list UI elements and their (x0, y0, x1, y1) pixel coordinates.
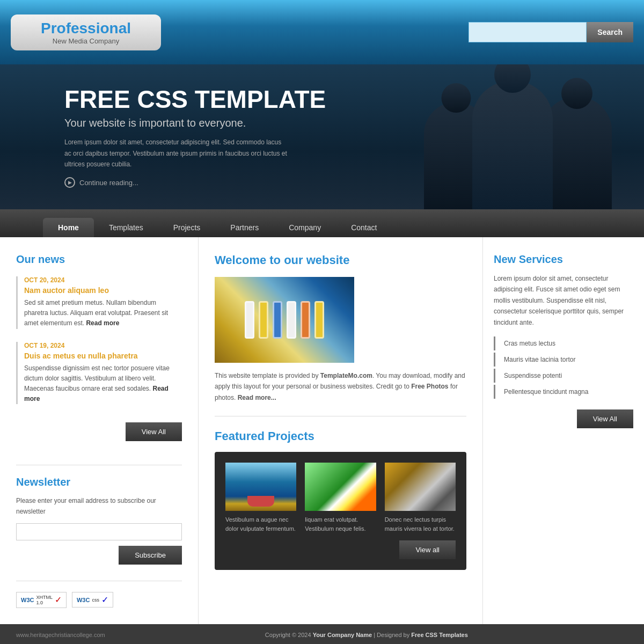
news-item-1: OCT 20, 2024 Nam auctor aliquam leo Sed … (16, 276, 182, 329)
free-photos-link[interactable]: Free Photos (411, 383, 448, 390)
project-thumb-3 (385, 463, 456, 511)
logo-box: Professional New Media Company (11, 14, 161, 50)
view-all-projects-button[interactable]: View all (399, 540, 456, 559)
news-title-2: Duis ac metus eu nulla pharetra (24, 352, 182, 360)
divider-1 (16, 465, 182, 465)
clip-3 (273, 301, 282, 339)
w3c-css-badge: W3C css ✓ (72, 592, 113, 608)
new-services-heading: New Services (494, 253, 633, 266)
footer-designer: Free CSS Templates (411, 632, 468, 638)
main-image (215, 277, 354, 363)
services-intro: Lorem ipsum dolor sit amet, consectetur … (494, 273, 633, 328)
project-caption-3: Donec nec lectus turpis mauris viverra l… (385, 515, 456, 533)
featured-projects-heading: Featured Projects (215, 429, 466, 443)
footer: www.heritagechristiancollege.com Copyrig… (0, 624, 644, 644)
project-caption-1: Vestibulum a augue nec dolor vulputate f… (225, 515, 296, 533)
subscribe-button[interactable]: Subscribe (119, 546, 182, 565)
continue-reading-label: Continue reading... (79, 179, 138, 187)
clip-5 (301, 301, 310, 339)
templatemo-link[interactable]: TemplateMo.com (320, 372, 372, 379)
header: Professional New Media Company Search (0, 0, 644, 64)
projects-box: Vestibulum a augue nec dolor vulputate f… (215, 452, 466, 570)
hero-banner: FREE CSS TEMPLATE Your website is import… (0, 64, 644, 209)
welcome-intro-text: This website template is provided by Tem… (215, 370, 466, 403)
newsletter-description: Please enter your email address to subsc… (16, 496, 182, 516)
news-date-2: OCT 19, 2024 (24, 342, 182, 349)
flower-thumbnail (305, 463, 376, 511)
project-item-3: Donec nec lectus turpis mauris viverra l… (385, 463, 456, 533)
project-item-1: Vestibulum a augue nec dolor vulputate f… (225, 463, 296, 533)
nav-item-templates[interactable]: Templates (94, 218, 158, 237)
news-text-2: Suspendisse dignissim est nec tortor pos… (24, 363, 182, 405)
xhtml-check-icon: ✓ (55, 595, 62, 605)
company-name: Professional (27, 20, 145, 37)
newsletter-email-input[interactable] (16, 523, 182, 540)
figure-center-head (494, 64, 531, 93)
search-input[interactable] (469, 22, 587, 42)
footer-copyright: Copyright © 2024 (265, 632, 313, 638)
our-news-heading: Our news (16, 253, 182, 266)
boat-shape (247, 496, 274, 507)
service-item-3: Suspendisse potenti (494, 369, 633, 383)
newsletter-section: Newsletter Please enter your email addre… (16, 476, 182, 564)
welcome-heading: Welcome to our website (215, 253, 466, 267)
w3c-xhtml-badge: W3C XHTML1.0 ✓ (16, 592, 67, 608)
nav-item-partners[interactable]: Partners (215, 218, 274, 237)
footer-designed-by: | Designed by (372, 632, 411, 638)
news-read-more-1[interactable]: Read more (86, 319, 119, 327)
news-title-1: Nam auctor aliquam leo (24, 286, 182, 295)
service-item-4: Pellentesque tincidunt magna (494, 385, 633, 399)
footer-center: Copyright © 2024 Your Company Name | Des… (265, 632, 468, 638)
clip-2 (259, 301, 268, 339)
navigation: Home Templates Projects Partners Company… (0, 209, 644, 237)
featured-projects: Featured Projects Vestibulum a augue nec… (215, 429, 466, 570)
news-item-2: OCT 19, 2024 Duis ac metus eu nulla phar… (16, 342, 182, 405)
content-center: Welcome to our website This website temp… (199, 237, 483, 624)
nav-item-company[interactable]: Company (274, 218, 336, 237)
sidebar-left: Our news OCT 20, 2024 Nam auctor aliquam… (0, 237, 199, 624)
service-item-2: Mauris vitae lacinia tortor (494, 353, 633, 367)
project-thumb-2 (305, 463, 376, 511)
newsletter-heading: Newsletter (16, 476, 182, 488)
css-check-icon: ✓ (101, 595, 108, 605)
sidebar-right: New Services Lorem ipsum dolor sit amet,… (483, 237, 644, 624)
clip-4 (287, 301, 296, 339)
footer-left: www.heritagechristiancollege.com (16, 632, 105, 638)
services-list: Cras metus lectus Mauris vitae lacinia t… (494, 336, 633, 399)
nav-item-home[interactable]: Home (43, 218, 94, 237)
clip-6 (314, 301, 324, 339)
search-area: Search (469, 22, 633, 42)
project-thumb-1 (225, 463, 296, 511)
figure-center (472, 80, 553, 209)
read-more-link[interactable]: Read more... (238, 394, 276, 401)
nav-item-contact[interactable]: Contact (336, 218, 392, 237)
view-all-services-button[interactable]: View All (577, 409, 633, 428)
search-button[interactable]: Search (587, 22, 633, 42)
company-subtitle: New Media Company (27, 37, 145, 45)
news-text-1: Sed sit amet pretium metus. Nullam biben… (24, 298, 182, 329)
project-item-2: liquam erat volutpat. Vestibulum neque f… (305, 463, 376, 533)
watch-thumbnail (385, 463, 456, 511)
play-icon: ▶ (64, 177, 75, 188)
view-all-news-button[interactable]: View All (126, 422, 182, 441)
hero-body: Lorem ipsum dolor sit amet, consectetur … (64, 137, 290, 170)
projects-grid: Vestibulum a augue nec dolor vulputate f… (225, 463, 456, 533)
clip-1 (245, 301, 254, 339)
clip-area (215, 277, 354, 363)
footer-company-name: Your Company Name (313, 632, 372, 638)
service-item-1: Cras metus lectus (494, 336, 633, 350)
project-caption-2: liquam erat volutpat. Vestibulum neque f… (305, 515, 376, 533)
nav-item-projects[interactable]: Projects (158, 218, 216, 237)
sea-thumbnail (225, 463, 296, 511)
main-content: Our news OCT 20, 2024 Nam auctor aliquam… (0, 237, 644, 624)
w3c-badges: W3C XHTML1.0 ✓ W3C css ✓ (16, 581, 182, 608)
news-date-1: OCT 20, 2024 (24, 276, 182, 284)
divider-2 (215, 416, 466, 416)
